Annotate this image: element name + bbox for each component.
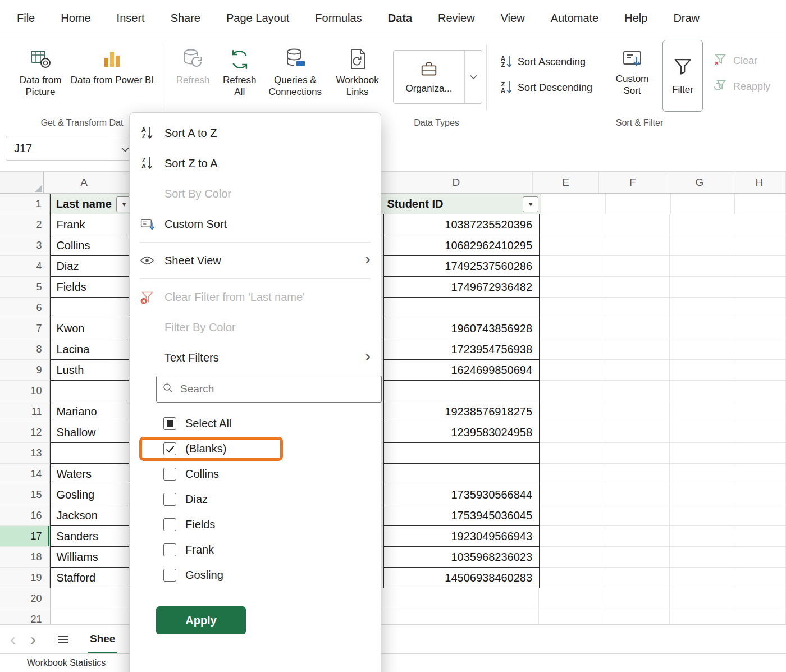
cell-D11[interactable]: 19238576918275 [383,401,540,422]
row-header-5[interactable]: 5 [0,277,50,298]
row-header-4[interactable]: 4 [0,256,50,277]
menu-item-custom-sort[interactable]: Custom Sort [130,212,381,236]
cell-E4[interactable] [540,256,604,277]
cell-A8[interactable]: Lacina [50,339,135,360]
cell-E11[interactable] [540,401,604,422]
cell-D17[interactable]: 1923049566943 [383,526,540,547]
row-header-20[interactable]: 20 [0,588,51,609]
cell-D15[interactable]: 1735930566844 [383,484,540,505]
cell-H2[interactable] [734,214,786,235]
cell-H20[interactable] [734,588,786,609]
cell-G9[interactable] [670,360,734,381]
menu-tab-insert[interactable]: Insert [117,12,145,25]
cell-F16[interactable] [604,505,670,526]
cell-G20[interactable] [670,588,734,609]
cell-A21[interactable] [51,609,135,624]
apply-button[interactable]: Apply [156,606,246,634]
cell-G13[interactable] [670,443,734,464]
menu-tab-automate[interactable]: Automate [551,12,599,25]
menu-item-sort-z-to-a[interactable]: ZASort Z to A [130,151,381,176]
column-header-D[interactable]: D [380,172,533,193]
cell-F20[interactable] [604,588,670,609]
refresh-all-button[interactable]: Refresh All [220,44,259,98]
menu-tab-data[interactable]: Data [388,12,412,25]
cell-A18[interactable]: Williams [50,547,135,568]
filter-value-blanks[interactable]: (Blanks) [139,437,283,461]
cell-D3[interactable]: 10682962410295 [383,235,540,256]
menu-item-text-filters[interactable]: Text Filters› [130,345,381,370]
select-all-corner[interactable] [0,172,44,193]
cell-G7[interactable] [670,318,734,339]
cell-H17[interactable] [734,526,786,547]
row-header-6[interactable]: 6 [0,298,50,318]
cell-G1[interactable] [671,194,735,214]
cell-F9[interactable] [604,360,670,381]
menu-tab-file[interactable]: File [17,12,35,25]
filter-value-select-all[interactable]: Select All [139,412,283,436]
row-header-19[interactable]: 19 [0,568,50,588]
column-header-A[interactable]: A [44,172,125,193]
cell-H4[interactable] [734,256,786,277]
cell-E3[interactable] [540,235,604,256]
row-header-15[interactable]: 15 [0,484,50,505]
cell-D6[interactable] [383,298,540,318]
row-header-17[interactable]: 17 [0,526,50,547]
data-from-power-bi-button[interactable]: Data from Power BI [70,44,155,98]
menu-item-sort-a-to-z[interactable]: AZSort A to Z [130,121,381,145]
cell-E17[interactable] [540,526,604,547]
cell-D10[interactable] [383,381,540,401]
data-from-picture-button[interactable]: Data from Picture [11,44,70,98]
cell-D16[interactable]: 1753945036045 [383,505,540,526]
cell-E18[interactable] [540,547,604,568]
cell-A19[interactable]: Stafford [50,568,135,588]
cell-H12[interactable] [734,422,786,443]
cell-H16[interactable] [734,505,786,526]
row-header-1[interactable]: 1 [0,194,50,214]
cell-A2[interactable]: Frank [50,214,135,235]
cell-H7[interactable] [734,318,786,339]
cell-F3[interactable] [604,235,670,256]
cell-A4[interactable]: Diaz [50,256,135,277]
filter-button[interactable]: Filter [662,40,703,112]
menu-tab-formulas[interactable]: Formulas [315,12,362,25]
cell-A3[interactable]: Collins [50,235,135,256]
cell-G10[interactable] [670,381,734,401]
cell-G5[interactable] [670,277,734,298]
row-header-7[interactable]: 7 [0,318,50,339]
cell-E9[interactable] [540,360,604,381]
row-header-18[interactable]: 18 [0,547,50,568]
cell-E6[interactable] [540,298,604,318]
cell-G17[interactable] [670,526,734,547]
cell-D18[interactable]: 1035968236023 [383,547,540,568]
cell-F14[interactable] [604,464,670,484]
queries-connections-button[interactable]: Queries & Connections [266,44,324,98]
cell-H9[interactable] [734,360,786,381]
column-header-E[interactable]: E [533,172,599,193]
menu-tab-draw[interactable]: Draw [673,12,700,25]
cell-F15[interactable] [604,484,670,505]
cell-G14[interactable] [670,464,734,484]
cell-D2[interactable]: 10387235520396 [383,214,540,235]
workbook-statistics[interactable]: Workbook Statistics [27,658,106,668]
row-header-10[interactable]: 10 [0,381,50,401]
cell-A7[interactable]: Kwon [50,318,135,339]
organization-data-type-button[interactable]: Organiza... [394,51,464,103]
cell-E21[interactable] [539,609,604,624]
cell-A11[interactable]: Mariano [50,401,135,422]
cell-D12[interactable]: 1239583024958 [383,422,540,443]
cell-E8[interactable] [540,339,604,360]
row-header-2[interactable]: 2 [0,214,50,235]
cell-E19[interactable] [540,568,604,588]
sheet-nav-left-icon[interactable]: ‹ [10,631,16,648]
cell-F12[interactable] [604,422,670,443]
cell-H1[interactable] [735,194,786,214]
row-header-14[interactable]: 14 [0,464,50,484]
filter-value-collins[interactable]: Collins [139,462,283,486]
cell-A16[interactable]: Jackson [50,505,135,526]
cell-D4[interactable]: 17492537560286 [383,256,540,277]
cell-F18[interactable] [604,547,670,568]
cell-F5[interactable] [604,277,670,298]
checkbox-collins[interactable] [163,468,176,481]
cell-A17[interactable]: Sanders [50,526,135,547]
cell-A9[interactable]: Lusth [50,360,135,381]
